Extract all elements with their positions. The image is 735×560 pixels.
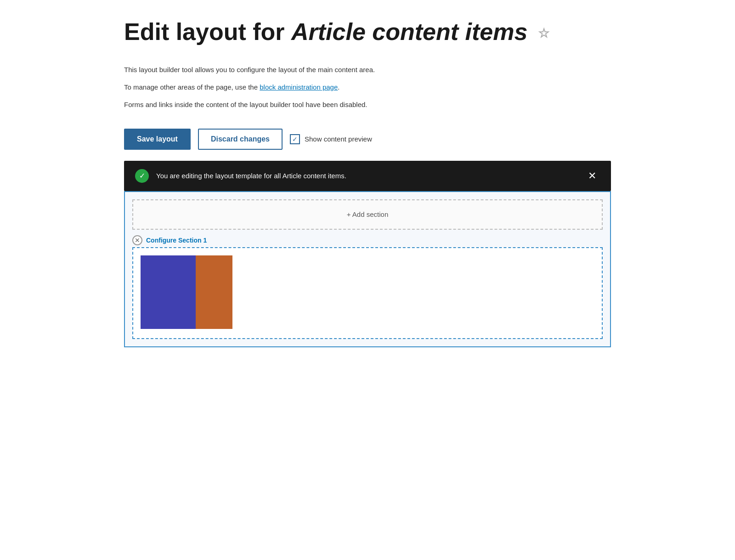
description-line-1: This layout builder tool allows you to c… <box>124 64 611 75</box>
layout-editor: + Add section ✕ Configure Section 1 <box>124 191 611 347</box>
preview-checkbox[interactable]: ✓ <box>290 134 300 144</box>
save-layout-button[interactable]: Save layout <box>124 129 191 150</box>
section-content-area <box>132 247 603 339</box>
block-admin-link[interactable]: block administration page <box>260 83 338 91</box>
notice-text: You are editing the layout template for … <box>156 172 346 180</box>
toolbar: Save layout Discard changes ✓ Show conte… <box>124 129 611 150</box>
preview-toggle-text: Show content preview <box>305 135 372 143</box>
preview-toggle-label[interactable]: ✓ Show content preview <box>290 134 372 144</box>
section-header: ✕ Configure Section 1 <box>132 235 603 245</box>
check-circle-icon: ✓ <box>135 169 149 183</box>
content-blocks <box>141 255 594 329</box>
add-section-link[interactable]: + Add section <box>347 210 388 218</box>
discard-changes-button[interactable]: Discard changes <box>198 129 283 150</box>
title-plain: Edit layout for <box>124 18 291 45</box>
page-title: Edit layout for Article content items ☆ <box>124 18 611 46</box>
page-wrapper: Edit layout for Article content items ☆ … <box>115 0 620 347</box>
content-block-orange <box>196 255 232 329</box>
notice-left: ✓ You are editing the layout template fo… <box>135 169 346 183</box>
description-line-3: Forms and links inside the content of th… <box>124 99 611 110</box>
section-container: ✕ Configure Section 1 <box>132 235 603 339</box>
title-italic: Article content items <box>291 18 527 45</box>
configure-section-link[interactable]: Configure Section 1 <box>146 237 207 244</box>
favorite-star-icon[interactable]: ☆ <box>538 26 549 40</box>
content-block-purple <box>141 255 196 329</box>
add-section-area: + Add section <box>132 199 603 230</box>
notice-close-button[interactable]: ✕ <box>584 169 600 183</box>
description-block: This layout builder tool allows you to c… <box>124 64 611 110</box>
remove-section-button[interactable]: ✕ <box>132 235 142 245</box>
description-line-2: To manage other areas of the page, use t… <box>124 82 611 93</box>
notice-bar: ✓ You are editing the layout template fo… <box>124 161 611 191</box>
